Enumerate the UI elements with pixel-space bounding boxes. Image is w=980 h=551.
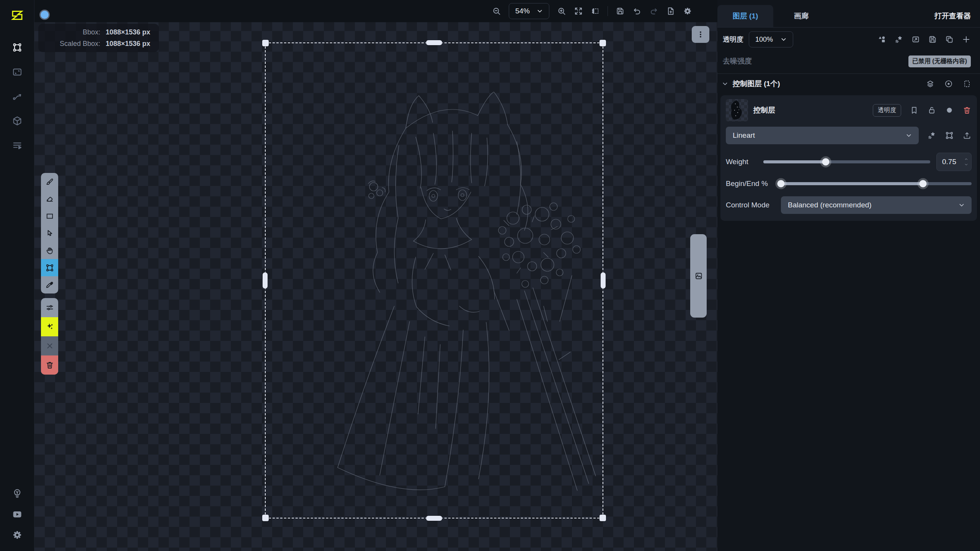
chevron-down-icon [536, 7, 544, 15]
cancel-button[interactable] [41, 336, 58, 355]
delete-button[interactable] [41, 355, 58, 375]
stepper-up-icon[interactable] [964, 157, 969, 161]
visibility-toggle-button[interactable] [944, 79, 953, 88]
color-swatch[interactable] [39, 10, 50, 20]
invoke-generate-button[interactable] [41, 317, 58, 336]
scaled-bbox-value: 1088×1536 px [106, 39, 150, 49]
select-tool-button[interactable] [41, 225, 58, 242]
tab-layers[interactable]: 图层 (1) [717, 5, 773, 27]
bbox-handle-bottom-right[interactable] [599, 515, 606, 521]
shooting-star-icon [894, 35, 903, 44]
canvas-settings-gear-icon[interactable] [683, 7, 692, 16]
delete-layer-button[interactable] [962, 106, 972, 115]
eraser-tool-button[interactable] [41, 190, 58, 207]
zoom-out-button[interactable] [492, 7, 501, 16]
bbox-handle-top-left[interactable] [262, 40, 269, 46]
bookmark-icon [910, 106, 919, 115]
zoom-in-button[interactable] [557, 7, 566, 16]
filter-star-button[interactable] [894, 35, 903, 44]
eyedropper-icon [45, 280, 54, 290]
stepper-down-icon[interactable] [964, 162, 969, 167]
chevron-down-icon [958, 201, 965, 209]
bookmark-layer-button[interactable] [910, 106, 919, 115]
rectangle-icon [45, 212, 54, 221]
weight-slider[interactable] [763, 160, 930, 163]
zoom-level-select[interactable]: 54% [509, 3, 549, 19]
sidebar-tab-canvas[interactable] [8, 41, 26, 54]
open-viewer-button[interactable]: 打开查看器 [934, 11, 980, 21]
add-shapes-button[interactable] [877, 35, 887, 44]
chevron-down-icon [905, 132, 913, 139]
sidebar-tab-queue[interactable] [8, 139, 26, 152]
gallery-panel-handle[interactable] [690, 234, 707, 318]
layers-stack-button[interactable] [926, 79, 935, 88]
eyedropper-tool-button[interactable] [41, 276, 58, 293]
panel-tabs: 图层 (1) 画廊 打开查看器 [717, 0, 980, 28]
bbox-handle-top[interactable] [426, 40, 442, 45]
crop-to-bbox-button[interactable] [911, 35, 920, 44]
frame-arrow-icon [911, 35, 920, 44]
layer-title: 控制层 [753, 105, 775, 115]
duplicate-layer-button[interactable] [945, 35, 954, 44]
canvas-surface[interactable]: 54% [34, 0, 717, 551]
duplicate-icon [945, 35, 954, 44]
save-canvas-button[interactable] [616, 7, 625, 16]
redo-button[interactable] [649, 7, 658, 16]
bbox-dashed-icon [962, 79, 972, 88]
end-slider-thumb[interactable] [920, 180, 927, 187]
weight-slider-thumb[interactable] [822, 158, 830, 166]
sidebar-tab-gallery-canvas[interactable] [8, 65, 26, 79]
control-layers-header[interactable]: 控制图层 (1个) [717, 75, 980, 93]
sidebar-tab-models[interactable] [8, 114, 26, 128]
sidebar-tab-upscaling[interactable] [8, 90, 26, 103]
panel-divider [717, 73, 980, 74]
sidebar-bottom [8, 487, 26, 542]
rect-tool-button[interactable] [41, 207, 58, 225]
move-bbox-tool-button[interactable] [41, 259, 58, 276]
begin-end-slider[interactable] [777, 182, 972, 185]
bbox-handle-top-right[interactable] [599, 40, 606, 46]
brush-tool-button[interactable] [41, 173, 58, 190]
lock-layer-button[interactable] [927, 106, 936, 115]
transform-layer-button[interactable] [945, 131, 954, 140]
sparkle-plus-icon [45, 322, 54, 331]
scaled-bbox-row: Scaled Bbox: 1088×1536 px [43, 39, 150, 49]
add-layer-button[interactable] [962, 35, 971, 44]
new-canvas-button[interactable] [666, 7, 675, 16]
layer-thumbnail[interactable] [726, 99, 748, 121]
help-lightbulb-icon[interactable] [8, 487, 26, 500]
bbox-filter-button[interactable] [962, 79, 972, 88]
canvas-toolbar: 54% [34, 0, 717, 22]
transform-bbox-icon [945, 131, 954, 140]
bbox-handle-bottom[interactable] [426, 516, 442, 521]
export-layer-button[interactable] [962, 131, 972, 140]
opacity-value: 100% [755, 36, 773, 44]
save-layer-button[interactable] [928, 35, 937, 44]
bbox-handle-right[interactable] [601, 272, 606, 289]
app-root: 54% [0, 0, 980, 551]
invoke-logo-icon [10, 8, 24, 22]
tab-gallery[interactable]: 画廊 [773, 5, 829, 27]
fit-view-button[interactable] [574, 7, 583, 16]
bbox-handle-bottom-left[interactable] [262, 515, 269, 521]
begin-slider-thumb[interactable] [777, 180, 785, 187]
control-mode-label: Control Mode [726, 201, 775, 209]
process-filter-button[interactable] [927, 131, 936, 140]
canvas-menu-button[interactable] [692, 26, 709, 43]
weight-number-input[interactable]: 0.75 [936, 153, 972, 171]
filter-settings-button[interactable] [41, 298, 58, 317]
sidebar-nav [8, 41, 26, 152]
video-tutorials-icon[interactable] [8, 507, 26, 521]
control-model-select[interactable]: Lineart [726, 127, 919, 144]
bbox-value: 1088×1536 px [106, 27, 150, 37]
control-layer-card[interactable]: 控制层 透明度 [720, 95, 977, 221]
layer-blend-mode-badge[interactable]: 透明度 [873, 104, 901, 117]
settings-gear-icon[interactable] [8, 528, 26, 542]
bbox-handle-left[interactable] [263, 272, 268, 289]
opacity-select[interactable]: 100% [749, 31, 793, 47]
fit-bbox-button[interactable] [591, 7, 600, 16]
undo-button[interactable] [632, 7, 642, 16]
control-mode-select[interactable]: Balanced (recommended) [781, 196, 972, 214]
layer-color-indicator[interactable] [945, 106, 954, 115]
pan-tool-button[interactable] [41, 242, 58, 259]
